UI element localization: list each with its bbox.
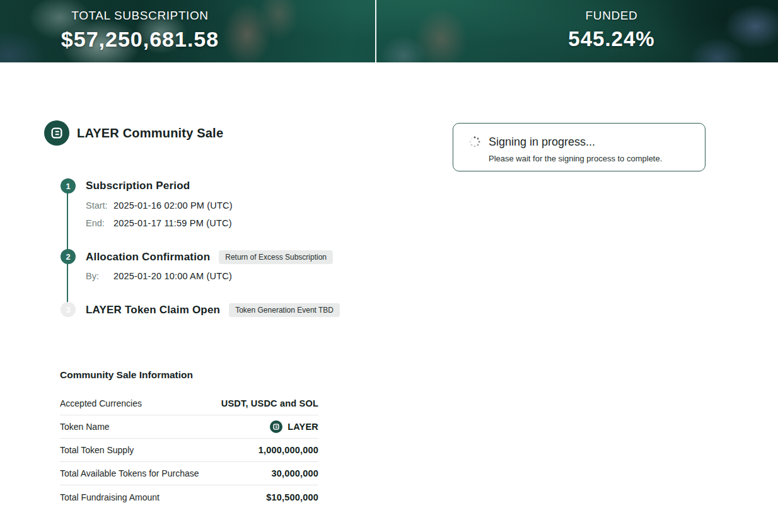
row-label: Token Name <box>60 422 110 432</box>
funded-stat: FUNDED 545.24% <box>517 8 706 51</box>
funded-value: 545.24% <box>517 27 706 51</box>
sale-info-table: Accepted Currencies USDT, USDC and SOL T… <box>60 392 318 509</box>
layer-logo-icon <box>44 120 69 146</box>
stats-banner: TOTAL SUBSCRIPTION $57,250,681.58 FUNDED… <box>0 0 778 62</box>
signing-card: Signing in progress... Please wait for t… <box>453 123 705 171</box>
total-subscription-stat: TOTAL SUBSCRIPTION $57,250,681.58 <box>38 8 242 51</box>
banner-divider <box>375 0 376 62</box>
total-subscription-value: $57,250,681.58 <box>38 27 242 51</box>
step-3-number: 3 <box>66 305 70 315</box>
row-label: Accepted Currencies <box>60 398 142 408</box>
step-1-number: 1 <box>66 182 70 191</box>
step-2-circle: 2 <box>61 249 76 264</box>
step-3-badge: Token Generation Event TBD <box>229 303 340 317</box>
signing-texts: Signing in progress... Please wait for t… <box>489 134 662 164</box>
row-label: Total Token Supply <box>60 445 134 455</box>
row-value: 30,000,000 <box>271 468 318 478</box>
row-label: Total Fundraising Amount <box>60 492 160 502</box>
page-title: LAYER Community Sale <box>77 126 223 141</box>
row-value: USDT, USDC and SOL <box>221 398 318 408</box>
start-label: Start: <box>86 199 113 212</box>
token-name-value: LAYER <box>287 422 318 432</box>
table-row: Accepted Currencies USDT, USDC and SOL <box>60 392 318 415</box>
sale-header: LAYER Community Sale <box>44 120 223 146</box>
step-3-circle: 3 <box>61 302 76 317</box>
community-sale-info-heading: Community Sale Information <box>60 369 193 381</box>
row-label: Total Available Tokens for Purchase <box>60 468 199 478</box>
end-value: 2025-01-17 11:59 PM (UTC) <box>113 217 232 229</box>
step-2-by-row: By: 2025-01-20 10:00 AM (UTC) <box>86 270 232 282</box>
step-3-titlerow: LAYER Token Claim Open Token Generation … <box>86 303 340 317</box>
step-2-badge: Return of Excess Subscription <box>219 250 333 264</box>
signing-title: Signing in progress... <box>489 134 662 149</box>
step-1-end-row: End: 2025-01-17 11:59 PM (UTC) <box>86 217 232 229</box>
step-1-titlerow: Subscription Period <box>86 180 190 192</box>
step-1-circle: 1 <box>61 178 76 194</box>
row-value: 1,000,000,000 <box>258 445 318 455</box>
page: TOTAL SUBSCRIPTION $57,250,681.58 FUNDED… <box>0 0 778 532</box>
table-row: Total Fundraising Amount $10,500,000 <box>60 485 318 509</box>
row-value: LAYER <box>270 420 318 433</box>
step-1-title: Subscription Period <box>86 180 190 192</box>
spinner-icon <box>468 136 481 148</box>
signing-subtitle: Please wait for the signing process to c… <box>489 153 662 164</box>
timeline-connector <box>67 186 68 306</box>
table-row: Token Name LAYER <box>60 415 318 439</box>
table-row: Total Token Supply 1,000,000,000 <box>60 439 318 462</box>
step-2-title: Allocation Confirmation <box>86 251 210 263</box>
step-3-title: LAYER Token Claim Open <box>86 304 220 316</box>
token-logo-icon <box>270 420 282 433</box>
step-2-titlerow: Allocation Confirmation Return of Excess… <box>86 250 333 264</box>
row-value: $10,500,000 <box>266 492 318 502</box>
start-value: 2025-01-16 02:00 PM (UTC) <box>113 199 233 212</box>
by-value: 2025-01-20 10:00 AM (UTC) <box>113 270 232 282</box>
step-2-number: 2 <box>66 252 70 262</box>
total-subscription-label: TOTAL SUBSCRIPTION <box>38 8 242 23</box>
table-row: Total Available Tokens for Purchase 30,0… <box>60 462 318 485</box>
funded-label: FUNDED <box>517 8 706 23</box>
step-1-start-row: Start: 2025-01-16 02:00 PM (UTC) <box>86 199 233 212</box>
end-label: End: <box>86 217 113 229</box>
by-label: By: <box>86 270 113 282</box>
